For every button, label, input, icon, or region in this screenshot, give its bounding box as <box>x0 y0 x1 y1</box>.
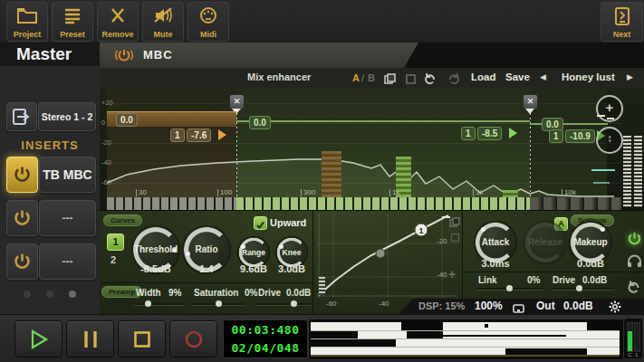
stop-button[interactable] <box>118 320 166 357</box>
output-route-button[interactable] <box>6 102 37 131</box>
graph-y-tick: -20 <box>437 237 447 245</box>
pause-button[interactable] <box>66 320 114 357</box>
release-knob[interactable]: Release <box>524 221 567 264</box>
record-icon <box>184 329 204 349</box>
curve-node-grey[interactable] <box>376 249 385 258</box>
gain-reduction-bar-small <box>503 190 518 197</box>
next-button[interactable]: Next <box>601 2 643 42</box>
headphones-listen-icon[interactable] <box>627 254 642 272</box>
project-button[interactable]: Project <box>6 2 48 42</box>
band-2-gain-value[interactable]: 0.0 <box>249 116 271 129</box>
close-icon <box>98 6 138 26</box>
page-dot[interactable] <box>24 291 31 298</box>
freq-tick: 30 <box>136 189 147 196</box>
insert-2-button[interactable]: --- <box>39 200 96 236</box>
move-icon[interactable]: + <box>448 267 456 281</box>
piano-roll-display[interactable] <box>308 319 624 360</box>
transfer-curve-graph[interactable]: 1 <box>317 214 457 298</box>
record-button[interactable] <box>169 320 217 357</box>
band-2-gain-line[interactable] <box>236 120 530 122</box>
remove-button[interactable]: Remove <box>97 2 139 42</box>
next-phone-icon <box>601 6 642 26</box>
crossover-1-remove-button[interactable]: ✕ <box>229 94 245 110</box>
band-2-reduction-value: -8.5 <box>477 127 502 140</box>
knee-value: 3.0dB <box>270 263 313 274</box>
preset-category[interactable]: Mix enhancer <box>247 71 311 82</box>
vertical-scale-button[interactable]: ↕ <box>596 127 623 154</box>
insert-1-power-button[interactable] <box>6 157 38 193</box>
page-dot[interactable] <box>46 291 53 298</box>
preset-name[interactable]: Honey lust <box>562 71 615 82</box>
insert-1-button[interactable]: TB MBC <box>39 157 96 193</box>
preamp-drive-slider[interactable] <box>256 303 311 305</box>
midi-button[interactable]: Midi <box>187 2 229 42</box>
plugin-power-icon[interactable] <box>114 47 134 67</box>
mute-button[interactable]: Mute <box>142 2 184 42</box>
paste-band-icon[interactable] <box>450 230 460 246</box>
ab-compare-b[interactable]: B <box>368 72 375 83</box>
freq-tick: 3k <box>473 189 483 196</box>
meter-channel-right <box>634 322 640 352</box>
preamp-drive-value: 0.0dB <box>286 288 311 298</box>
crossover-2-handle[interactable] <box>525 109 534 114</box>
out-value[interactable]: 0.0dB <box>563 300 593 312</box>
peak-hold-dash <box>593 182 610 184</box>
piano-strip-band1 <box>107 197 236 210</box>
graph-input-meter <box>319 277 325 295</box>
saturation-value: 0% <box>245 288 257 298</box>
band-3-index: 1 <box>549 129 563 143</box>
meter-label-left: C <box>628 352 631 357</box>
insert-3-power-button[interactable] <box>6 243 38 280</box>
band-select-1[interactable]: 1 <box>107 233 124 251</box>
channel-io-button[interactable]: Stereo 1 - 2 <box>38 102 96 131</box>
settings-drive-slider[interactable] <box>551 288 614 290</box>
undo-icon[interactable] <box>424 71 437 88</box>
time-position: 00:03:480 <box>224 321 307 339</box>
insert-2-power-button[interactable] <box>6 200 38 236</box>
crossover-line[interactable] <box>530 113 531 197</box>
curves-tab[interactable]: Curves <box>103 214 142 226</box>
time-display[interactable]: 00:03:480 02/04/048 <box>223 319 308 358</box>
upward-checkbox[interactable] <box>254 216 267 230</box>
plugin-enable-power-icon[interactable] <box>627 231 642 250</box>
attack-value: 3.0ms <box>471 258 520 269</box>
band-2-index: 1 <box>461 127 476 140</box>
ab-compare-a[interactable]: A <box>352 72 360 83</box>
gain-reduction-bar-band1 <box>322 151 341 197</box>
spectrum-display[interactable]: +20 0 -20 -40 -60 ✕ ✕ <box>100 88 644 210</box>
band-1-gain-value[interactable]: 0.0 <box>116 113 138 127</box>
next-preset-icon[interactable]: ▶ <box>627 72 633 81</box>
plugin-tab[interactable]: MBC <box>100 43 418 68</box>
load-button[interactable]: Load <box>471 71 495 82</box>
page-dot-active[interactable] <box>69 291 76 298</box>
save-button[interactable]: Save <box>505 71 530 82</box>
link-slider[interactable] <box>476 288 543 290</box>
out-label[interactable]: Out <box>536 300 555 312</box>
prev-preset-icon[interactable]: ◀ <box>540 72 546 81</box>
band-1-meter-arrow-icon <box>218 129 226 140</box>
paste-icon[interactable] <box>405 72 417 89</box>
ab-separator: / <box>361 72 364 83</box>
insert-3-button[interactable]: --- <box>39 243 96 280</box>
width-slider[interactable] <box>134 303 185 305</box>
channel-sidebar: Master Stereo 1 - 2 INSERTS TB MBC --- <box>0 43 101 314</box>
dsp-usage: DSP: 15% <box>418 300 465 311</box>
preset-bar: Mix enhancer A / B Load Save ◀ Honey lus… <box>100 68 644 89</box>
saturation-slider[interactable] <box>192 303 245 305</box>
meter-label-right: 1 <box>635 352 638 357</box>
power-icon <box>13 252 32 274</box>
zoom-level[interactable]: 100% <box>475 300 503 312</box>
play-button[interactable] <box>14 320 62 357</box>
redo-icon[interactable] <box>447 71 460 88</box>
plugin-panel: MBC Mix enhancer A / B Load Save ◀ Ho <box>100 43 644 314</box>
crossover-line[interactable] <box>236 113 237 197</box>
revert-icon[interactable] <box>627 279 641 297</box>
graph-y-tick: -40 <box>437 271 447 279</box>
output-arrow-icon <box>12 107 32 130</box>
preset-button[interactable]: Preset <box>52 2 93 42</box>
copy-icon[interactable] <box>384 72 396 89</box>
band-select-2[interactable]: 2 <box>111 254 116 265</box>
crossover-2-remove-button[interactable]: ✕ <box>523 94 538 110</box>
piano-strip-band2 <box>236 197 530 210</box>
link-value: 0% <box>527 275 540 285</box>
